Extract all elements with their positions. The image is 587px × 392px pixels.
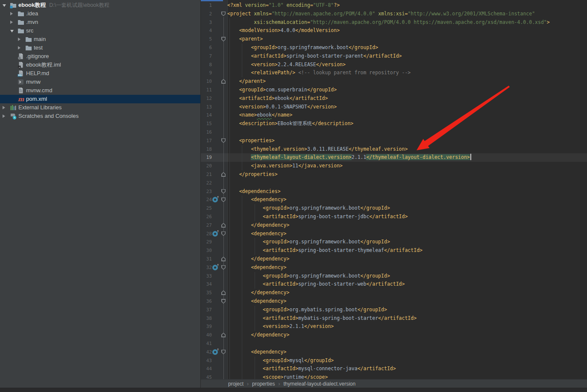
code-line[interactable]: <artifactId>mybatis-spring-boot-starter<… bbox=[227, 314, 417, 323]
code-line[interactable]: </dependency> bbox=[227, 331, 289, 339]
libraries-icon bbox=[10, 104, 17, 111]
code-line[interactable]: <artifactId>ebook</artifactId> bbox=[227, 94, 328, 103]
chevron-right-icon[interactable] bbox=[18, 38, 21, 41]
tree-item-test[interactable]: test bbox=[0, 44, 200, 52]
code-line[interactable]: <modelVersion>4.0.0</modelVersion> bbox=[227, 26, 340, 35]
code-line[interactable]: <artifactId>spring-boot-starter-jdbc</ar… bbox=[227, 213, 408, 221]
breadcrumb-item-project[interactable]: project bbox=[228, 381, 244, 387]
code-line[interactable]: <groupId>org.springframework.boot</group… bbox=[227, 238, 390, 246]
code-line[interactable]: </properties> bbox=[227, 170, 278, 179]
code-line[interactable]: </dependency> bbox=[227, 255, 289, 263]
code-line[interactable]: <dependencies> bbox=[227, 187, 281, 196]
tree-item-ebook-[interactable]: ebook教程D:\一套机试题\ebook教程 bbox=[0, 1, 200, 9]
line-number: 27 bbox=[201, 221, 212, 230]
code-line[interactable]: <description>EBook管理系统</description> bbox=[227, 120, 353, 128]
code-line[interactable]: <version>2.1.1</version> bbox=[227, 322, 334, 331]
maven-dependency-icon[interactable]: ↑ bbox=[212, 265, 218, 270]
code-line[interactable]: <thymeleaf-layout-dialect.version>2.1.1<… bbox=[227, 153, 471, 162]
code-line[interactable]: <scope>runtime</scope> bbox=[227, 373, 328, 379]
line-number: 5 bbox=[201, 35, 212, 44]
code-line[interactable]: <dependency> bbox=[227, 263, 286, 272]
chevron-right-icon[interactable] bbox=[10, 20, 13, 24]
code-line[interactable]: <project xmlns="http://maven.apache.org/… bbox=[227, 10, 535, 18]
line-number: 31 bbox=[201, 255, 212, 263]
tree-item-.mvn[interactable]: .mvn bbox=[0, 18, 200, 26]
code-line[interactable]: <relativePath/> <!-- lookup parent from … bbox=[227, 69, 411, 77]
chevron-down-icon[interactable] bbox=[10, 30, 14, 32]
fold-end-marker-icon[interactable] bbox=[221, 79, 226, 84]
fold-start-marker-icon[interactable] bbox=[221, 197, 226, 202]
tree-item-mvnw[interactable]: mvnw bbox=[0, 78, 200, 86]
chevron-right-icon[interactable] bbox=[3, 106, 5, 109]
chevron-down-icon[interactable] bbox=[3, 4, 6, 7]
code-line[interactable]: <artifactId>spring-boot-starter-thymelea… bbox=[227, 246, 423, 255]
fold-end-marker-icon[interactable] bbox=[221, 257, 226, 261]
code-line[interactable]: <artifactId>mysql-connector-java</artifa… bbox=[227, 365, 396, 373]
fold-start-marker-icon[interactable] bbox=[221, 138, 226, 143]
line-number: 41 bbox=[201, 339, 212, 348]
fold-end-marker-icon[interactable] bbox=[221, 172, 226, 177]
fold-start-marker-icon[interactable] bbox=[221, 37, 226, 41]
fold-start-marker-icon[interactable] bbox=[221, 12, 226, 16]
breadcrumb-item-properties[interactable]: properties bbox=[252, 381, 275, 387]
tree-item-pom.xml[interactable]: mpom.xml bbox=[0, 95, 200, 103]
chevron-right-icon[interactable] bbox=[3, 114, 5, 118]
line-number: 14 bbox=[201, 111, 212, 120]
maven-dependency-icon[interactable]: ↑ bbox=[212, 349, 218, 355]
code-line[interactable]: <groupId>org.mybatis.spring.boot</groupI… bbox=[227, 306, 387, 314]
tree-item-Scratches-and-Consoles[interactable]: Scratches and Consoles bbox=[0, 112, 200, 120]
fold-start-marker-icon[interactable] bbox=[221, 231, 226, 236]
tree-item-label: mvnw bbox=[26, 79, 41, 85]
code-line[interactable]: <groupId>org.springframework.boot</group… bbox=[227, 44, 378, 52]
code-line[interactable]: <properties> bbox=[227, 137, 275, 145]
chevron-right-icon[interactable] bbox=[10, 12, 13, 15]
code-line[interactable]: </dependency> bbox=[227, 221, 289, 230]
chevron-right-icon[interactable] bbox=[18, 46, 21, 50]
code-line[interactable]: </parent> bbox=[227, 77, 266, 86]
code-line[interactable]: xsi:schemaLocation="http://maven.apache.… bbox=[227, 18, 550, 27]
fold-end-marker-icon[interactable] bbox=[221, 223, 226, 228]
breadcrumb-item-property[interactable]: thymeleaf-layout-dialect.version bbox=[283, 381, 355, 387]
fold-start-marker-icon[interactable] bbox=[221, 265, 226, 270]
tree-item-.idea[interactable]: .idea bbox=[0, 9, 200, 18]
fold-end-marker-icon[interactable] bbox=[221, 333, 226, 337]
code-line[interactable]: <name>ebook</name> bbox=[227, 111, 292, 120]
md-file-icon: MD bbox=[18, 70, 24, 77]
tree-item-label: HELP.md bbox=[26, 70, 49, 76]
fold-start-marker-icon[interactable] bbox=[221, 299, 226, 304]
code-area[interactable]: <?xml version="1.0" encoding="UTF-8"?><p… bbox=[227, 0, 587, 379]
code-line[interactable]: <?xml version="1.0" encoding="UTF-8"?> bbox=[227, 1, 340, 10]
code-line[interactable]: <version>0.0.1-SNAPSHOT</version> bbox=[227, 103, 337, 111]
tree-item-src[interactable]: src bbox=[0, 26, 200, 35]
code-line[interactable]: <dependency> bbox=[227, 196, 286, 204]
code-line[interactable]: <parent> bbox=[227, 35, 263, 44]
tree-item-ebook-.iml[interactable]: ebook教程.iml bbox=[0, 61, 200, 69]
maven-dependency-icon[interactable]: ↑ bbox=[212, 231, 218, 237]
tree-item-External-Libraries[interactable]: External Libraries bbox=[0, 103, 200, 112]
code-line[interactable]: <dependency> bbox=[227, 297, 286, 306]
fold-start-marker-icon[interactable] bbox=[221, 350, 226, 354]
tree-item-mvnw.cmd[interactable]: mvnw.cmd bbox=[0, 86, 200, 95]
line-number: 42 bbox=[201, 348, 212, 357]
code-line[interactable]: <artifactId>spring-boot-starter-parent</… bbox=[227, 52, 402, 61]
code-line[interactable]: <dependency> bbox=[227, 230, 286, 238]
code-line[interactable]: <groupId>com.superbrain</groupId> bbox=[227, 86, 337, 94]
fold-end-marker-icon[interactable] bbox=[221, 290, 226, 295]
code-line[interactable]: <groupId>org.springframework.boot</group… bbox=[227, 204, 390, 213]
code-line[interactable]: </dependency> bbox=[227, 289, 289, 297]
line-number: 7 bbox=[201, 52, 212, 61]
line-number: 22 bbox=[201, 179, 212, 187]
iml-file-icon bbox=[18, 61, 24, 68]
code-line[interactable]: <groupId>mysql</groupId> bbox=[227, 357, 334, 365]
code-line[interactable]: <dependency> bbox=[227, 348, 286, 357]
code-line[interactable]: <thymeleaf.version>3.0.11.RELEASE</thyme… bbox=[227, 145, 408, 154]
fold-start-marker-icon[interactable] bbox=[221, 189, 226, 194]
tree-item-main[interactable]: main bbox=[0, 35, 200, 44]
code-line[interactable]: <artifactId>spring-boot-starter-web</art… bbox=[227, 280, 405, 289]
code-line[interactable]: <java.version>11</java.version> bbox=[227, 162, 343, 170]
tree-item-.gitignore[interactable]: .gitignore bbox=[0, 52, 200, 61]
code-line[interactable]: <groupId>org.springframework.boot</group… bbox=[227, 272, 390, 281]
code-line[interactable]: <version>2.2.4.RELEASE</version> bbox=[227, 61, 346, 69]
tree-item-label: pom.xml bbox=[26, 96, 47, 102]
tree-item-HELP.md[interactable]: MDHELP.md bbox=[0, 69, 200, 78]
